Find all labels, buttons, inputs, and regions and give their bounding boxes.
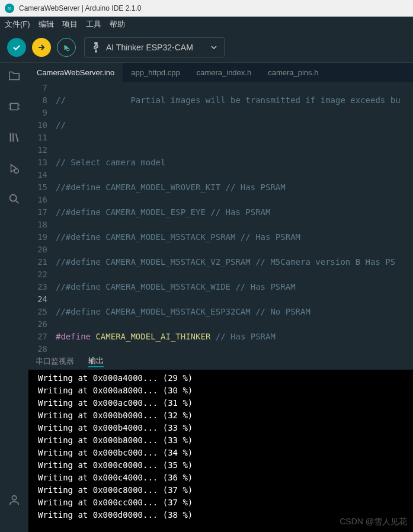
output-line: Writing at 0x000b8000... (33 %) [38,434,404,447]
menubar: 文件(F) 编辑 项目 工具 帮助 [0,17,413,32]
code-editor[interactable]: 7 8 9 10 11 12 13 14 15 16 17 18 19 20 2… [28,82,413,353]
check-icon [12,43,21,52]
svg-point-5 [12,496,16,500]
svg-point-1 [95,50,97,53]
file-tabs: CameraWebServer.ino app_httpd.cpp camera… [28,63,413,82]
debug-button[interactable] [57,38,76,57]
board-name: AI Thinker ESP32-CAM [106,43,193,52]
tab-serial-monitor[interactable]: 串口监视器 [36,356,74,367]
sidebar [0,63,28,519]
output-line: Writing at 0x000c0000... (35 %) [38,459,404,472]
toolbar: AI Thinker ESP32-CAM [0,32,413,63]
account-icon[interactable] [7,493,21,507]
usb-icon [92,42,100,53]
folder-icon[interactable] [7,69,21,83]
output-line: Writing at 0x000a8000... (30 %) [38,384,404,397]
output-line: Writing at 0x000ac000... (31 %) [38,397,404,409]
output-line: Writing at 0x000b0000... (32 %) [38,409,404,422]
debug-icon[interactable] [7,161,21,175]
library-icon[interactable] [7,130,21,145]
code-content: // Partial images will be transmitted if… [56,82,413,353]
svg-point-4 [10,195,17,201]
play-debug-icon [62,43,71,52]
tab-pins[interactable]: camera_pins.h [260,63,326,82]
menu-edit[interactable]: 编辑 [39,19,54,30]
output-line: Writing at 0x000c4000... (36 %) [38,472,404,484]
output-line: Writing at 0x000b4000... (33 %) [38,422,404,434]
upload-button[interactable] [32,38,51,57]
board-selector[interactable]: AI Thinker ESP32-CAM [84,37,225,57]
tab-output[interactable]: 输出 [88,355,104,367]
line-gutter: 7 8 9 10 11 12 13 14 15 16 17 18 19 20 2… [28,82,56,353]
output-line: Writing at 0x000cc000... (37 %) [38,496,404,509]
menu-help[interactable]: 帮助 [110,19,125,30]
bottom-panel: 串口监视器 输出 Writing at 0x000a4000... (29 %)… [28,353,413,532]
menu-tools[interactable]: 工具 [86,19,101,30]
menu-file[interactable]: 文件(F) [5,19,30,30]
tab-main[interactable]: CameraWebServer.ino [28,63,123,82]
verify-button[interactable] [7,38,26,57]
tab-httpd[interactable]: app_httpd.cpp [123,63,188,82]
tab-index[interactable]: camera_index.h [188,63,260,82]
panel-tabs: 串口监视器 输出 [28,353,413,370]
board-manager-icon[interactable] [7,100,21,114]
output-line: Writing at 0x000c8000... (37 %) [38,484,404,496]
search-icon[interactable] [7,192,21,206]
output-line: Writing at 0x000bc000... (34 %) [38,447,404,459]
output-console[interactable]: Writing at 0x000a4000... (29 %)Writing a… [28,370,413,532]
svg-rect-2 [11,104,18,110]
titlebar: ∞ CameraWebServer | Arduino IDE 2.1.0 [0,0,413,17]
menu-project[interactable]: 项目 [62,19,78,30]
editor-area: CameraWebServer.ino app_httpd.cpp camera… [28,63,413,353]
chevron-down-icon [211,44,217,50]
window-title: CameraWebServer | Arduino IDE 2.1.0 [19,4,141,12]
output-line: Writing at 0x000a4000... (29 %) [38,372,404,384]
svg-point-0 [66,48,69,50]
arduino-logo-icon: ∞ [5,4,14,13]
arrow-right-icon [37,43,46,52]
watermark: CSDN @雪人见花 [340,517,407,527]
svg-point-3 [14,169,18,173]
